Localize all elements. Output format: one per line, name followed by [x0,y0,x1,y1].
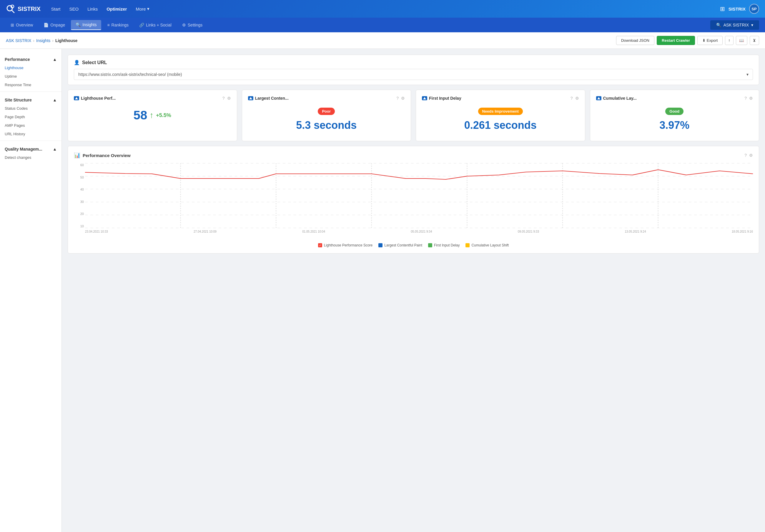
export-button[interactable]: ⬇ Export [697,36,723,45]
metric-value-0: 58 ↑ +5.5% [74,105,231,125]
settings-icon-3[interactable]: ⚙ [749,96,753,101]
metric-value-1: Poor 5.3 seconds [248,105,405,134]
help-icon-3[interactable]: ? [744,96,747,101]
status-badge-2: Needs Improvement [478,108,523,115]
breadcrumb-item-insights[interactable]: Insights [36,38,50,43]
breadcrumb-actions: Download JSON Restart Crawler ⬇ Export ↑… [616,36,759,45]
logo-text: SISTRIX [18,6,41,12]
sidebar-item-status-codes[interactable]: Status Codes [0,104,62,113]
breadcrumb-sep-1: › [33,38,34,43]
nav-seo[interactable]: SEO [66,4,82,14]
help-icon-chart[interactable]: ? [744,153,747,158]
x-label-5: 13.05.2021 9:24 [625,230,646,233]
logo-icon [6,4,15,14]
sidebar-item-page-depth[interactable]: Page Depth [0,113,62,121]
ask-sistrix-button[interactable]: 🔍 ASK SISTRIX ▾ [710,20,759,30]
settings-icon-0[interactable]: ⚙ [227,96,231,101]
sidebar-item-amp-pages[interactable]: AMP Pages [0,121,62,130]
onpage-icon: 📄 [44,23,49,27]
tab-insights[interactable]: 🔍 Insights [71,20,101,30]
x-label-2: 01.05.2021 10:04 [302,230,325,233]
sidebar-item-lighthouse[interactable]: Lighthouse [0,64,62,72]
nav-start[interactable]: Start [48,4,64,14]
metric-actions-3: ? ⚙ [744,96,753,101]
collapse-icon[interactable]: ▲ [53,57,57,62]
nav-right: ⊞ SISTRIX SP [720,4,759,14]
help-icon-1[interactable]: ? [396,96,399,101]
chart-y-axis: 60 50 40 30 20 10 [74,163,85,228]
tab-overview[interactable]: ⊞ Overview [6,20,38,30]
metric-card-cls: Cumulative Lay... ? ⚙ Good 3.97% [590,90,759,141]
svg-line-2 [12,10,14,13]
bookmark-icon: 📖 [739,38,744,43]
sidebar-item-detect-changes[interactable]: Detect changes [0,153,62,162]
perf-overview-card: 📊 Performance Overview ? ⚙ 60 50 40 30 [68,146,759,254]
metric-card-lighthouse-perf: Lighthouse Perf... ? ⚙ 58 ↑ +5.5% [68,90,237,141]
metric-actions-0: ? ⚙ [223,96,231,101]
performance-chart-svg [85,163,753,228]
sidebar-item-url-history[interactable]: URL History [0,130,62,138]
legend-cls: Cumulative Layout Shift [465,243,509,247]
settings-icon-chart[interactable]: ⚙ [749,153,753,158]
grid-icon[interactable]: ⊞ [720,5,725,12]
nav-links[interactable]: Links [84,4,101,14]
chevron-down-icon: ▾ [751,23,753,27]
tab-links-social[interactable]: 🔗 Links + Social [135,20,176,30]
metric-title-0: Lighthouse Perf... [74,96,116,101]
help-icon-0[interactable]: ? [223,96,225,101]
metric-card-header-2: First Input Delay ? ⚙ [422,96,579,101]
nav-optimizer[interactable]: Optimizer [103,4,130,14]
main-content: 👤 Select URL https://www.sistrix.com/ask… [62,49,765,532]
y-label-60: 60 [74,163,84,167]
metric-card-header-1: Largest Conten... ? ⚙ [248,96,405,101]
url-dropdown[interactable]: https://www.sistrix.com/ask-sistrix/tech… [74,69,753,80]
help-icon-2[interactable]: ? [570,96,573,101]
download-json-button[interactable]: Download JSON [616,36,654,45]
metric-icon-3 [596,96,601,100]
metric-value-3: Good 3.97% [596,105,753,134]
metric-title-1: Largest Conten... [248,96,289,101]
avatar[interactable]: SP [749,4,759,14]
sidebar-section-quality: Quality Managem... ▲ Detect changes [0,143,62,162]
legend-box-2 [428,243,432,247]
legend-lcp: Largest Contentful Paint [379,243,422,247]
options-icon: ⊻ [753,38,756,43]
y-label-10: 10 [74,225,84,228]
nav-more[interactable]: More ▾ [132,4,153,14]
metric-card-header-0: Lighthouse Perf... ? ⚙ [74,96,231,101]
collapse-icon-3[interactable]: ▲ [53,147,57,152]
breadcrumb-item-ask[interactable]: ASK SISTRIX [6,38,31,43]
breadcrumb-bar: ASK SISTRIX › Insights › Lighthouse Down… [0,32,765,49]
logo[interactable]: SISTRIX [6,4,41,14]
sidebar-item-uptime[interactable]: Uptime [0,72,62,81]
tab-rankings[interactable]: ≡ Rankings [102,20,133,30]
main-layout: Performance ▲ Lighthouse Uptime Response… [0,49,765,532]
breadcrumb-current: Lighthouse [55,38,77,43]
legend-fid: First Input Delay [428,243,459,247]
nav-links: Start SEO Links Optimizer More ▾ [48,4,153,14]
metric-title-2: First Input Delay [422,96,461,101]
nav-left: SISTRIX Start SEO Links Optimizer More ▾ [6,4,153,14]
share-button[interactable]: ↑ [725,36,734,45]
x-label-6: 18.05.2021 9:16 [732,230,753,233]
perf-overview-header: 📊 Performance Overview ? ⚙ [74,152,753,159]
settings-icon: ⚙ [182,23,186,27]
svg-marker-3 [75,97,78,99]
bookmark-button[interactable]: 📖 [736,36,747,45]
y-label-40: 40 [74,188,84,191]
perf-overview-title: 📊 Performance Overview [74,152,131,159]
metric-title-3: Cumulative Lay... [596,96,637,101]
more-options-button[interactable]: ⊻ [750,36,759,45]
rankings-icon: ≡ [107,23,110,27]
restart-crawler-button[interactable]: Restart Crawler [657,36,695,45]
chart-svg-wrapper [85,163,753,229]
sub-navigation: ⊞ Overview 📄 Onpage 🔍 Insights ≡ Ranking… [0,18,765,32]
tab-onpage[interactable]: 📄 Onpage [39,20,70,30]
sidebar-section-performance: Performance ▲ Lighthouse Uptime Response… [0,54,62,89]
collapse-icon-2[interactable]: ▲ [53,98,57,102]
settings-icon-1[interactable]: ⚙ [401,96,405,101]
settings-icon-2[interactable]: ⚙ [575,96,579,101]
metric-score-display: 58 ↑ +5.5% [74,108,231,122]
tab-settings[interactable]: ⚙ Settings [177,20,208,30]
sidebar-item-response-time[interactable]: Response Time [0,81,62,89]
